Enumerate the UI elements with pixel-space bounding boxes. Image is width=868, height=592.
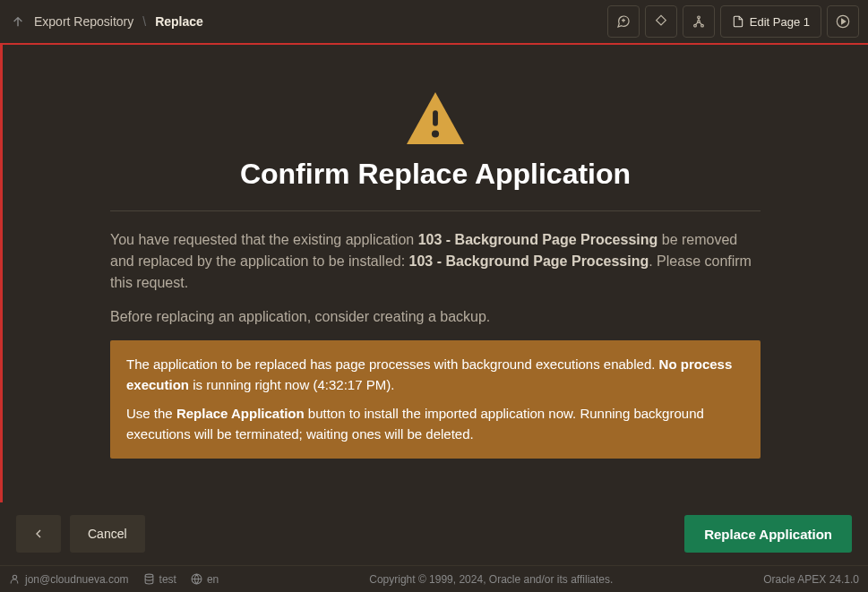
chat-icon[interactable] (607, 5, 640, 38)
database-icon (143, 573, 155, 585)
svg-point-9 (432, 130, 439, 137)
replace-application-button[interactable]: Replace Application (684, 515, 852, 553)
status-version: Oracle APEX 24.1.0 (763, 573, 859, 586)
cancel-button[interactable]: Cancel (70, 515, 145, 553)
svg-point-10 (13, 575, 16, 579)
content-wrapper: Confirm Replace Application You have req… (0, 45, 868, 502)
status-bar: jon@cloudnueva.com test en Copyright © 1… (0, 565, 868, 592)
page-title: Confirm Replace Application (110, 158, 761, 191)
status-user-label: jon@cloudnueva.com (25, 573, 129, 586)
chevron-left-icon (31, 527, 46, 541)
status-language[interactable]: en (191, 573, 219, 586)
breadcrumb: Export Repository \ Replace (34, 14, 203, 29)
file-icon (732, 15, 744, 28)
notice-strong-2: Replace Application (176, 406, 305, 421)
run-icon[interactable] (827, 5, 859, 38)
svg-point-4 (700, 24, 703, 27)
tree-icon[interactable] (683, 5, 715, 38)
header-right: Edit Page 1 (607, 5, 859, 38)
edit-page-button[interactable]: Edit Page 1 (720, 5, 821, 38)
header-bar: Export Repository \ Replace (0, 0, 868, 45)
status-left: jon@cloudnueva.com test en (9, 573, 219, 586)
notice-box: The application to be replaced has page … (110, 340, 761, 459)
tag-icon[interactable] (645, 5, 677, 38)
warning-triangle-icon (403, 90, 468, 147)
svg-point-11 (145, 574, 153, 577)
breadcrumb-parent[interactable]: Export Repository (34, 14, 133, 29)
text: The application to be replaced has page … (126, 356, 659, 372)
confirm-text-1: You have requested that the existing app… (110, 229, 761, 294)
status-workspace-label: test (159, 573, 176, 586)
app-name-old: 103 - Background Page Processing (418, 232, 658, 247)
confirm-text-2: Before replacing an application, conside… (110, 306, 761, 328)
app-name-new: 103 - Background Page Processing (409, 253, 649, 269)
status-copyright: Copyright © 1999, 2024, Oracle and/or it… (219, 573, 763, 586)
svg-marker-7 (842, 19, 846, 23)
edit-page-label: Edit Page 1 (750, 15, 810, 29)
footer-actions: Cancel Replace Application (0, 502, 868, 565)
notice-p1: The application to be replaced has page … (126, 355, 744, 395)
main-content: Confirm Replace Application You have req… (3, 45, 868, 502)
warning-hero: Confirm Replace Application (110, 90, 761, 191)
status-language-label: en (207, 573, 219, 586)
svg-rect-8 (433, 110, 438, 125)
text: Use the (126, 406, 176, 421)
divider (110, 210, 761, 211)
svg-point-2 (697, 16, 700, 19)
up-arrow-icon[interactable] (9, 13, 27, 30)
breadcrumb-separator: \ (142, 14, 146, 29)
user-icon (9, 573, 21, 585)
svg-point-3 (693, 24, 696, 27)
svg-point-5 (697, 21, 700, 23)
status-user[interactable]: jon@cloudnueva.com (9, 573, 129, 586)
footer-left: Cancel (16, 515, 145, 553)
status-workspace[interactable]: test (143, 573, 176, 586)
text: is running right now (4:32:17 PM). (189, 377, 394, 392)
globe-icon (191, 573, 202, 585)
back-button[interactable] (16, 515, 61, 553)
header-left: Export Repository \ Replace (9, 13, 203, 30)
breadcrumb-current: Replace (155, 14, 203, 29)
text: You have requested that the existing app… (110, 232, 418, 247)
notice-p2: Use the Replace Application button to in… (126, 404, 744, 444)
